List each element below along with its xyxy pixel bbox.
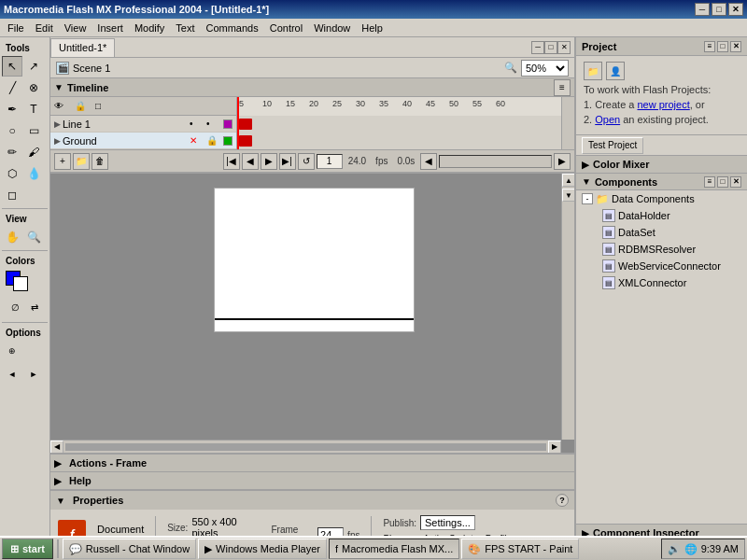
scroll-down-arrow[interactable]: ▼ [562, 189, 574, 202]
subselect-tool[interactable]: ↗ [23, 56, 44, 77]
help-header[interactable]: ▶ Help [50, 472, 574, 489]
proj-btn-2[interactable]: 👤 [606, 62, 625, 80]
canvas-scrollbar-right[interactable]: ▲ ▼ [561, 174, 574, 440]
right-panel-expand-btn[interactable]: □ [717, 41, 728, 52]
comp-item-xml[interactable]: ▤ XMLConnector [576, 274, 747, 291]
restore-btn[interactable]: □ [712, 3, 726, 16]
hand-tool[interactable]: ✋ [2, 227, 22, 247]
eyedrop-tool[interactable]: 💧 [23, 163, 44, 184]
text-tool[interactable]: T [23, 99, 44, 119]
menu-text[interactable]: Text [170, 21, 200, 35]
menu-window[interactable]: Window [308, 21, 356, 35]
delete-layer-btn[interactable]: 🗑 [92, 153, 108, 170]
comp-expand-btn[interactable]: □ [717, 176, 728, 188]
forward-btn[interactable]: ► [23, 364, 44, 385]
eraser-tool[interactable]: ◻ [2, 185, 22, 205]
loop-btn[interactable]: ↺ [298, 153, 315, 170]
comp-item-dataholder[interactable]: ▤ DataHolder [576, 207, 747, 224]
props-header[interactable]: ▼ Properties ? [50, 491, 574, 510]
actions-header[interactable]: ▶ Actions - Frame [50, 455, 574, 471]
tl-scroll-track[interactable] [439, 155, 552, 168]
zoom-select[interactable]: 50% 25% 75% 100% [521, 60, 569, 77]
tl-scroll-left[interactable]: ◀ [420, 153, 437, 170]
no-color-btn[interactable]: ∅ [6, 297, 24, 317]
test-project-btn[interactable]: Test Project [582, 137, 643, 154]
comp-item-dataset[interactable]: ▤ DataSet [576, 224, 747, 241]
components-header[interactable]: ▼ Components ≡ □ ✕ [576, 174, 747, 190]
arrow-tool[interactable]: ↖ [2, 56, 22, 77]
zoom-tool[interactable]: 🔍 [23, 227, 44, 247]
comp-folder-expand[interactable]: - [582, 193, 593, 204]
play-btn[interactable]: ▶ [261, 153, 277, 170]
comp-label-xml: XMLConnector [618, 277, 686, 288]
comp-menu-btn[interactable]: ≡ [704, 176, 715, 188]
doc-tab-untitled[interactable]: Untitled-1* [50, 38, 115, 57]
menu-help[interactable]: Help [356, 21, 388, 35]
doc-minimize-btn[interactable]: ─ [531, 41, 544, 54]
open-project-link[interactable]: Open [595, 114, 620, 125]
comp-item-webservice[interactable]: ▤ WebServiceConnector [576, 258, 747, 274]
scroll-thumb-h[interactable] [65, 443, 546, 451]
settings-btn[interactable]: Settings... [420, 515, 475, 530]
taskbar-item-russell[interactable]: 💬 Russell - Chat Window [63, 539, 196, 559]
new-layer-btn[interactable]: + [54, 153, 71, 170]
color-boxes[interactable] [6, 271, 34, 295]
line-tool[interactable]: ╱ [2, 77, 22, 98]
layer-row-line1[interactable]: ▶ Line 1 • • [50, 116, 236, 133]
right-panel-close-btn[interactable]: ✕ [730, 41, 741, 52]
scroll-right-arrow[interactable]: ▶ [548, 441, 561, 454]
doc-restore-btn[interactable]: □ [544, 41, 557, 54]
menu-edit[interactable]: Edit [30, 21, 59, 35]
rect-tool[interactable]: ▭ [23, 120, 44, 141]
tl-settings-btn[interactable]: ≡ [554, 79, 571, 96]
tl-scroll-right[interactable]: ▶ [554, 153, 571, 170]
fill-tool[interactable]: ⬡ [2, 163, 22, 184]
first-frame-btn[interactable]: |◀ [223, 153, 240, 170]
stroke-color-swatch[interactable] [13, 276, 28, 291]
canvas-scrollbar-bottom[interactable]: ◀ ▶ [50, 440, 561, 453]
timeline-frames-ground[interactable] [237, 133, 574, 149]
snap-btn[interactable]: ⊕ [2, 341, 22, 361]
comp-folder-data[interactable]: - 📁 Data Components [576, 190, 747, 207]
layer-row-ground[interactable]: ▶ Ground ✕ 🔒 [50, 133, 236, 149]
new-project-link[interactable]: new project [637, 99, 689, 110]
close-btn[interactable]: ✕ [728, 3, 743, 16]
taskbar-item-flash[interactable]: f Macromedia Flash MX... [329, 539, 459, 559]
add-folder-btn[interactable]: 📁 [73, 153, 90, 170]
props-info-btn[interactable]: ? [556, 494, 569, 507]
start-button[interactable]: ⊞ start [2, 539, 53, 559]
comp-item-rdbms[interactable]: ▤ RDBMSResolver [576, 241, 747, 258]
back-btn[interactable]: ◄ [2, 364, 22, 385]
oval-tool[interactable]: ○ [2, 120, 22, 141]
scroll-up-arrow[interactable]: ▲ [562, 174, 574, 187]
comp-close-btn[interactable]: ✕ [730, 176, 741, 188]
timeline-header[interactable]: ▼ Timeline ≡ [50, 78, 574, 97]
menu-control[interactable]: Control [264, 21, 308, 35]
menu-insert[interactable]: Insert [92, 21, 129, 35]
right-panel-menu-btn[interactable]: ≡ [704, 41, 715, 52]
minimize-btn[interactable]: ─ [695, 3, 710, 16]
pencil-tool[interactable]: ✏ [2, 142, 22, 162]
color-mixer-header[interactable]: ▶ Color Mixer [576, 156, 747, 173]
timeline-scrollbar-v[interactable] [561, 97, 574, 149]
taskbar-item-paint[interactable]: 🎨 FPS START - Paint [461, 539, 579, 559]
canvas-area[interactable]: ▲ ▼ ◀ ▶ [50, 174, 574, 453]
doc-close-btn[interactable]: ✕ [557, 41, 571, 54]
pen-tool[interactable]: ✒ [2, 99, 22, 119]
brush-tool[interactable]: 🖌 [23, 142, 44, 162]
taskbar-item-media[interactable]: ▶ Windows Media Player [198, 539, 327, 559]
scroll-left-arrow[interactable]: ◀ [50, 441, 63, 454]
menu-view[interactable]: View [59, 21, 92, 35]
menu-file[interactable]: File [2, 21, 30, 35]
prev-frame-btn[interactable]: ◀ [242, 153, 259, 170]
ruler-mark-45: 45 [424, 99, 447, 108]
zoom-out-btn[interactable]: 🔍 [504, 62, 517, 74]
menu-commands[interactable]: Commands [200, 21, 263, 35]
proj-btn-1[interactable]: 📁 [584, 62, 602, 80]
swap-colors-btn[interactable]: ⇄ [25, 297, 44, 317]
timeline-body: 👁 🔒 □ ▶ Line 1 • • ▶ Gr [50, 97, 574, 149]
lasso-tool[interactable]: ⊗ [23, 77, 44, 98]
next-frame-btn[interactable]: ▶| [279, 153, 296, 170]
menu-modify[interactable]: Modify [129, 21, 170, 35]
timeline-frames-line1[interactable] [237, 116, 574, 133]
